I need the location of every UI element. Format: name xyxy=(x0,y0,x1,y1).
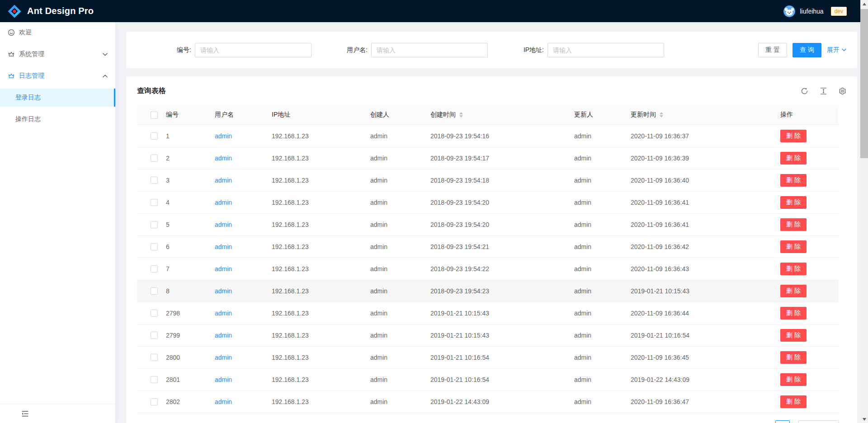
reset-button[interactable]: 重 置 xyxy=(758,43,787,57)
cell-create-time: 2019-01-21 10:16:54 xyxy=(430,346,574,368)
username-link[interactable]: admin xyxy=(215,155,232,162)
cell-create-time: 2018-09-23 19:54:20 xyxy=(430,191,574,213)
cell-creator: admin xyxy=(370,302,430,324)
smile-icon xyxy=(8,29,15,36)
delete-button[interactable]: 删 除 xyxy=(780,307,807,320)
username-link[interactable]: admin xyxy=(215,354,232,361)
username-link[interactable]: admin xyxy=(215,398,232,405)
table-row: 2 admin 192.168.1.23 admin 2018-09-23 19… xyxy=(137,147,839,169)
sidebar-item-log-management[interactable]: 日志管理 xyxy=(0,67,115,85)
cell-ip: 192.168.1.23 xyxy=(272,258,370,280)
username-link[interactable]: admin xyxy=(215,310,232,317)
cell-updater: admin xyxy=(574,302,631,324)
sidebar-item-system-management[interactable]: 系统管理 xyxy=(0,45,115,63)
cell-update-time: 2020-11-09 16:36:41 xyxy=(631,191,780,213)
row-checkbox[interactable] xyxy=(151,354,158,361)
header-user-area[interactable]: liufeihua dev xyxy=(783,5,847,17)
sort-carets-icon[interactable] xyxy=(459,112,463,118)
username-field-label: 用户名: xyxy=(313,46,371,54)
username-link[interactable]: admin xyxy=(215,287,232,295)
delete-button[interactable]: 删 除 xyxy=(780,263,807,275)
cell-create-time: 2018-09-23 19:54:18 xyxy=(430,169,574,191)
cell-id: 1 xyxy=(166,125,215,147)
pagination-page-size-select[interactable] xyxy=(798,420,839,423)
menu-fold-icon[interactable] xyxy=(21,410,29,418)
pagination-current-page-button[interactable] xyxy=(775,420,790,423)
table-row: 4 admin 192.168.1.23 admin 2018-09-23 19… xyxy=(137,191,839,213)
id-field[interactable] xyxy=(195,43,311,57)
username-link[interactable]: admin xyxy=(215,221,232,228)
cell-updater: admin xyxy=(574,191,631,213)
username-link[interactable]: admin xyxy=(215,265,232,273)
username-link[interactable]: admin xyxy=(215,132,232,140)
query-button[interactable]: 查 询 xyxy=(793,43,821,57)
delete-button[interactable]: 删 除 xyxy=(780,130,807,142)
username-link[interactable]: admin xyxy=(215,199,232,206)
cell-update-time: 2020-11-09 16:36:39 xyxy=(631,147,780,169)
delete-button[interactable]: 删 除 xyxy=(780,218,807,231)
row-checkbox[interactable] xyxy=(151,398,158,405)
ip-field[interactable] xyxy=(547,43,664,57)
row-checkbox[interactable] xyxy=(151,310,158,317)
scrollbar[interactable] xyxy=(860,0,868,423)
select-all-checkbox[interactable] xyxy=(151,112,158,119)
row-checkbox[interactable] xyxy=(151,376,158,383)
column-header-create-time[interactable]: 创建时间 xyxy=(430,105,574,125)
delete-button[interactable]: 删 除 xyxy=(780,152,807,164)
scrollbar-down-arrow-icon[interactable] xyxy=(860,415,868,423)
sidebar-item-welcome[interactable]: 欢迎 xyxy=(0,24,115,42)
row-checkbox[interactable] xyxy=(151,265,158,273)
reload-icon[interactable] xyxy=(800,87,808,95)
row-checkbox[interactable] xyxy=(151,287,158,295)
delete-button[interactable]: 删 除 xyxy=(780,240,807,253)
user-avatar[interactable] xyxy=(783,5,795,17)
cell-id: 7 xyxy=(166,258,215,280)
row-checkbox[interactable] xyxy=(151,155,158,162)
top-header: Ant Design Pro liufeihua dev xyxy=(0,0,868,22)
delete-button[interactable]: 删 除 xyxy=(780,196,807,209)
delete-button[interactable]: 删 除 xyxy=(780,373,807,386)
delete-button[interactable]: 删 除 xyxy=(780,329,807,342)
username-label: liufeihua xyxy=(800,8,823,15)
sidebar-item-operation-log[interactable]: 操作日志 xyxy=(0,110,115,128)
settings-icon[interactable] xyxy=(838,87,846,95)
row-checkbox[interactable] xyxy=(151,177,158,184)
cell-update-time: 2020-11-09 16:36:47 xyxy=(631,390,780,413)
cell-id: 8 xyxy=(166,280,215,302)
row-checkbox[interactable] xyxy=(151,132,158,140)
scrollbar-thumb[interactable] xyxy=(860,9,868,158)
row-checkbox[interactable] xyxy=(151,199,158,206)
delete-button[interactable]: 删 除 xyxy=(780,351,807,364)
sidebar-item-login-log[interactable]: 登录日志 xyxy=(0,89,115,107)
username-field[interactable] xyxy=(371,43,488,57)
username-link[interactable]: admin xyxy=(215,376,232,383)
row-checkbox[interactable] xyxy=(151,332,158,339)
pagination xyxy=(137,420,846,423)
logo-area[interactable]: Ant Design Pro xyxy=(7,4,94,19)
sort-carets-icon[interactable] xyxy=(660,112,663,118)
delete-button[interactable]: 删 除 xyxy=(780,174,807,187)
cell-creator: admin xyxy=(370,280,430,302)
username-link[interactable]: admin xyxy=(215,177,232,184)
table-toolbar: 查询表格 xyxy=(137,76,846,105)
cell-updater: admin xyxy=(574,213,631,235)
scrollbar-up-arrow-icon[interactable] xyxy=(860,0,868,8)
username-link[interactable]: admin xyxy=(215,332,232,339)
row-checkbox[interactable] xyxy=(151,221,158,228)
expand-link[interactable]: 展开 xyxy=(827,46,846,54)
cell-update-time: 2020-11-09 16:36:42 xyxy=(631,235,780,258)
username-link[interactable]: admin xyxy=(215,243,232,250)
delete-button[interactable]: 删 除 xyxy=(780,395,807,408)
table-row: 2800 admin 192.168.1.23 admin 2019-01-21… xyxy=(137,346,839,368)
cell-ip: 192.168.1.23 xyxy=(272,147,370,169)
column-header-actions: 操作 xyxy=(780,105,839,125)
delete-button[interactable]: 删 除 xyxy=(780,285,807,297)
cell-create-time: 2019-01-21 10:16:54 xyxy=(430,368,574,390)
cell-id: 2 xyxy=(166,147,215,169)
table-title: 查询表格 xyxy=(137,86,166,96)
column-header-update-time[interactable]: 更新时间 xyxy=(631,105,780,125)
cell-id: 2798 xyxy=(166,302,215,324)
row-checkbox[interactable] xyxy=(151,243,158,250)
column-height-icon[interactable] xyxy=(819,87,827,95)
cell-updater: admin xyxy=(574,280,631,302)
